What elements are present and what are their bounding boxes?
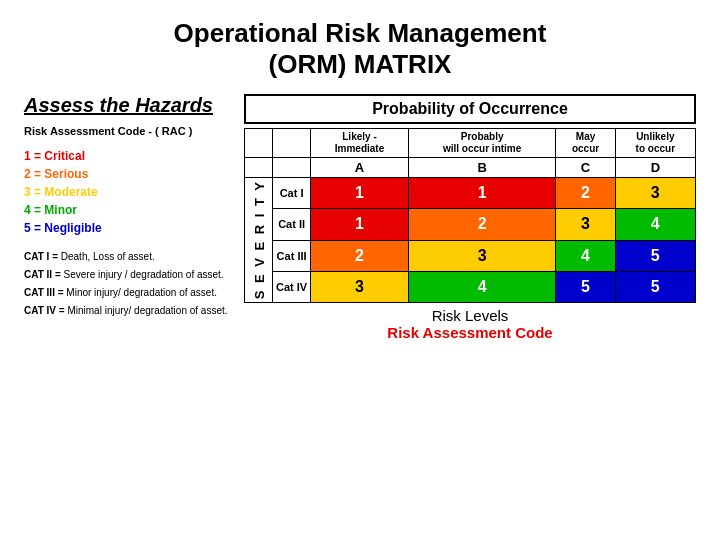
legend-critical: 1 = Critical	[24, 147, 234, 165]
col-id-A: A	[311, 158, 409, 178]
cat-label-4: Cat IV	[273, 271, 311, 302]
rac-label: Risk Assessment Code - ( RAC )	[24, 125, 234, 137]
risk-cell-2-3: 3	[556, 209, 615, 240]
risk-cell-3-2: 3	[408, 240, 556, 271]
risk-cell-1-2: 1	[408, 178, 556, 209]
cat-label-3: Cat III	[273, 240, 311, 271]
cat-label-1: Cat I	[273, 178, 311, 209]
cat-desc-2: CAT II = Severe injury / degradation of …	[24, 267, 234, 282]
legend: 1 = Critical 2 = Serious 3 = Moderate 4 …	[24, 147, 234, 237]
risk-cell-4-3: 5	[556, 271, 615, 302]
col-header-D: Unlikely to occur	[615, 129, 695, 158]
probability-header: Probability of Occurrence	[244, 94, 696, 124]
col-id-C: C	[556, 158, 615, 178]
risk-cell-3-3: 4	[556, 240, 615, 271]
risk-levels: Risk Levels Risk Assessment Code	[245, 302, 696, 343]
assess-title: Assess the Hazards	[24, 94, 234, 117]
risk-cell-3-1: 2	[311, 240, 409, 271]
legend-serious: 2 = Serious	[24, 165, 234, 183]
risk-cell-1-1: 1	[311, 178, 409, 209]
risk-cell-2-1: 1	[311, 209, 409, 240]
col-header-C: May occur	[556, 129, 615, 158]
risk-cell-4-4: 5	[615, 271, 695, 302]
legend-negligible: 5 = Negligible	[24, 219, 234, 237]
cat-label-2: Cat II	[273, 209, 311, 240]
col-id-D: D	[615, 158, 695, 178]
risk-matrix: Likely - Immediate Probably will occur i…	[244, 128, 696, 342]
cat-descriptions: CAT I = Death, Loss of asset. CAT II = S…	[24, 249, 234, 318]
col-header-A: Likely - Immediate	[311, 129, 409, 158]
cat-desc-1: CAT I = Death, Loss of asset.	[24, 249, 234, 264]
legend-moderate: 3 = Moderate	[24, 183, 234, 201]
risk-cell-2-2: 2	[408, 209, 556, 240]
risk-cell-4-2: 4	[408, 271, 556, 302]
risk-cell-1-3: 2	[556, 178, 615, 209]
risk-levels-line2: Risk Assessment Code	[248, 324, 693, 341]
page-title: Operational Risk Management (ORM) MATRIX	[24, 18, 696, 80]
legend-minor: 4 = Minor	[24, 201, 234, 219]
cat-desc-3: CAT III = Minor injury/ degradation of a…	[24, 285, 234, 300]
risk-cell-1-4: 3	[615, 178, 695, 209]
cat-desc-4: CAT IV = Minimal injury/ degradation of …	[24, 303, 234, 318]
severity-label: S E V E R I T Y	[245, 178, 273, 302]
risk-cell-3-4: 5	[615, 240, 695, 271]
risk-cell-2-4: 4	[615, 209, 695, 240]
col-header-B: Probably will occur intime	[408, 129, 556, 158]
risk-cell-4-1: 3	[311, 271, 409, 302]
col-id-B: B	[408, 158, 556, 178]
risk-levels-line1: Risk Levels	[248, 307, 693, 324]
